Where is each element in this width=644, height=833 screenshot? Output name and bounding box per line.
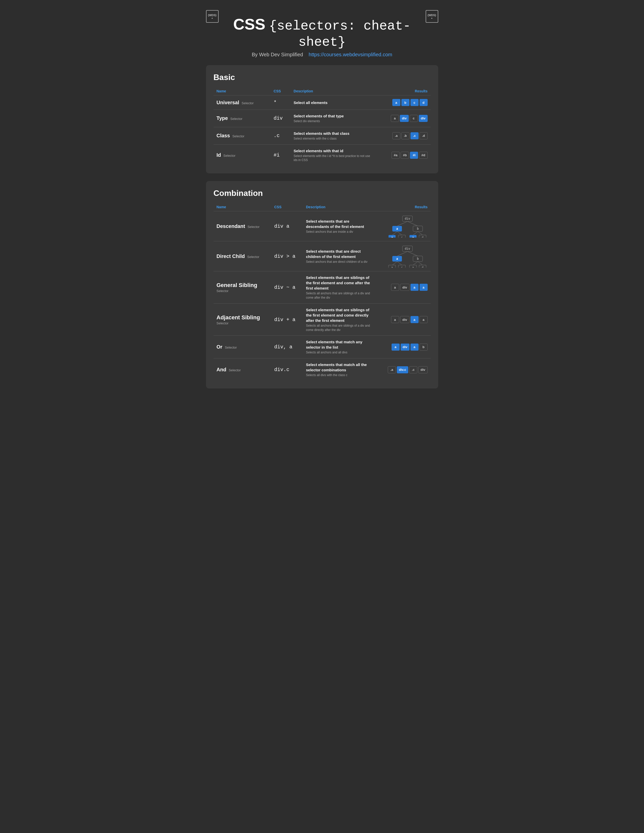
row-css: .c: [270, 127, 291, 145]
row-desc: Select elements with that classSelect el…: [291, 127, 374, 145]
result-tags: .adiv.c.cdiv: [380, 366, 427, 373]
desc-main: Select elements that are siblings of the…: [306, 275, 374, 291]
result-tag: #b: [401, 152, 409, 159]
row-results: adivaa: [377, 304, 430, 336]
row-results: div a b a c a d: [377, 211, 430, 241]
svg-line-8: [392, 232, 397, 235]
combination-title: Combination: [214, 188, 431, 198]
row-desc: Select all elements: [291, 95, 374, 110]
desc-main: Select elements that are siblings of the…: [306, 307, 374, 323]
svg-text:div: div: [405, 247, 410, 251]
desc-main: Select all elements: [294, 100, 371, 105]
result-tag: c: [411, 99, 419, 106]
name-main: Adjacent Sibling: [217, 314, 268, 321]
result-tag: #i: [410, 152, 418, 159]
svg-line-10: [413, 232, 418, 235]
row-name: Direct Child Selector: [214, 241, 271, 271]
row-desc: Select elements that match any selector …: [303, 336, 377, 359]
result-tag: #d: [419, 152, 427, 159]
svg-line-31: [418, 262, 423, 265]
svg-text:b: b: [417, 257, 419, 261]
row-name: Class Selector: [214, 127, 270, 145]
col-css: CSS: [270, 87, 291, 95]
row-css: div: [270, 110, 291, 127]
col-name: Name: [214, 87, 270, 95]
row-css: div.c: [271, 359, 303, 381]
result-tag: .d: [420, 132, 428, 139]
row-css: div a: [271, 211, 303, 241]
result-tag: c: [410, 115, 418, 122]
desc-main: Select elements that match all the selec…: [306, 362, 374, 373]
col-results: Results: [374, 87, 430, 95]
result-tag: div: [401, 344, 409, 351]
result-tag: div: [418, 366, 428, 373]
result-tag: .a: [388, 366, 396, 373]
combination-table: Name CSS Description Results Descendant …: [214, 203, 431, 381]
row-results: #a#b#i#d: [374, 145, 430, 166]
table-row: Type SelectordivSelect elements of that …: [214, 110, 431, 127]
result-tag: a: [391, 115, 399, 122]
direct-child-tree: div a b a c a d: [380, 245, 427, 268]
desc-sub: Selects all anchors that are siblings of…: [306, 323, 374, 332]
selector-type-label: Selector: [232, 134, 245, 138]
result-tags: adivaa: [380, 284, 427, 291]
row-desc: Select elements with that idSelect eleme…: [291, 145, 374, 166]
row-desc: Select elements that are siblings of the…: [303, 304, 377, 336]
by-text: By Web Dev Simplified: [252, 52, 303, 57]
logo-right-arrow: ▲: [427, 17, 436, 19]
table-row: Adjacent SiblingSelectordiv + aSelect el…: [214, 304, 431, 336]
result-tag: .a: [392, 132, 400, 139]
row-desc: Select elements that are direct children…: [303, 241, 377, 271]
svg-line-9: [397, 232, 402, 235]
col-css-comb: CSS: [271, 203, 303, 211]
table-row: Direct Child Selectordiv > aSelect eleme…: [214, 241, 431, 271]
result-tag: #a: [391, 152, 399, 159]
result-tags: adivab: [380, 344, 427, 351]
row-name: And Selector: [214, 359, 271, 381]
logo-right-text: {WDS} ▲: [427, 14, 436, 19]
result-tag: div: [400, 115, 409, 122]
row-results: adivab: [377, 336, 430, 359]
col-desc: Description: [291, 87, 374, 95]
svg-text:a: a: [412, 236, 414, 238]
svg-text:d: d: [422, 266, 423, 268]
result-tag: a: [391, 284, 399, 291]
desc-sub: Selects all divs with the class c: [306, 373, 374, 377]
logo-left: {WDS} ▲: [206, 10, 219, 23]
row-results: abcd: [374, 95, 430, 110]
selector-type-label: Selector: [230, 117, 242, 121]
desc-main: Select elements that match any selector …: [306, 339, 374, 350]
selector-type-label: Selector: [247, 225, 259, 229]
row-results: .a.b.c.d: [374, 127, 430, 145]
row-css: div, a: [271, 336, 303, 359]
row-desc: Select elements that match all the selec…: [303, 359, 377, 381]
result-tag: .c: [411, 132, 419, 139]
row-results: div a b a c a d: [377, 241, 430, 271]
basic-table-header: Name CSS Description Results: [214, 87, 431, 95]
result-tag: a: [420, 316, 428, 323]
selector-type-label: Selector: [224, 154, 235, 158]
desc-sub: Select elements with the c class: [294, 137, 371, 141]
desc-sub: Select anchors that are inside a div: [306, 230, 374, 234]
basic-section: Basic Name CSS Description Results Unive…: [206, 65, 438, 174]
svg-text:d: d: [422, 236, 423, 238]
desc-sub: Select elements with the i id *It is bes…: [294, 154, 371, 162]
page-header: {WDS} ▲ {WDS} ▲ CSS {selectors: cheat-sh…: [206, 5, 438, 65]
basic-table: Name CSS Description Results Universal S…: [214, 87, 431, 166]
logo-right: {WDS} ▲: [426, 10, 438, 23]
result-tag: a: [392, 99, 400, 106]
result-tag: a: [391, 316, 399, 323]
selector-type-label: Selector: [225, 346, 237, 349]
descendant-tree: div a b a c a d: [380, 215, 427, 238]
row-css: #i: [270, 145, 291, 166]
table-row: Universal Selector*Select all elementsab…: [214, 95, 431, 110]
table-row: Class Selector.cSelect elements with tha…: [214, 127, 431, 145]
row-name: Type Selector: [214, 110, 270, 127]
desc-main: Select elements with that class: [294, 131, 371, 136]
result-tag: a: [411, 284, 419, 291]
title-css: CSS: [233, 15, 265, 33]
desc-main: Select elements that are descendants of …: [306, 219, 374, 229]
website-link[interactable]: https://courses.webdevsimplified.com: [309, 52, 392, 57]
row-css: *: [270, 95, 291, 110]
selector-type-label: Selector: [229, 368, 241, 372]
